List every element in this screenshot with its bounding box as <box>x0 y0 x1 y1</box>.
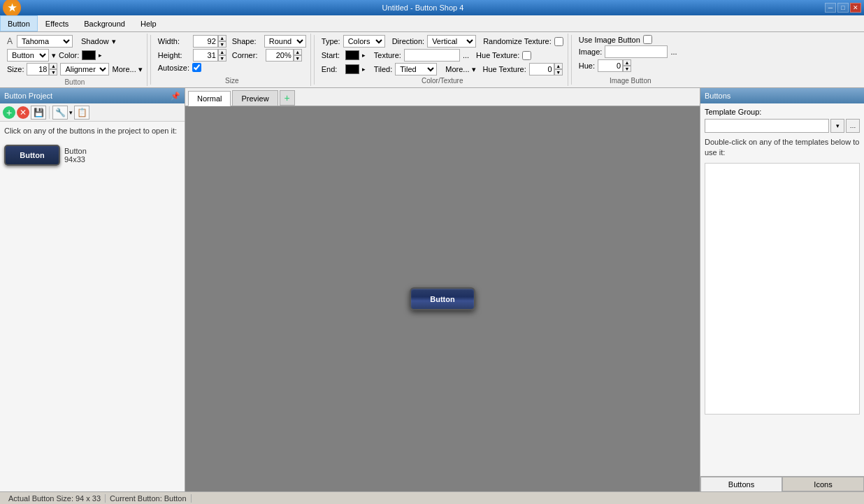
width-input[interactable]: 92 <box>193 35 218 48</box>
use-image-label: Use Image Button <box>579 36 640 44</box>
tab-add-btn[interactable]: + <box>280 90 295 106</box>
menu-effects[interactable]: Effects <box>38 15 76 31</box>
button-type-select[interactable]: Button <box>7 49 49 62</box>
title-bar-left: ★ <box>3 0 21 17</box>
status-actual-size: Actual Button Size: 94 x 33 <box>4 494 106 503</box>
size-bottom-label: Size <box>158 77 306 85</box>
project-add-btn[interactable]: + <box>3 106 15 119</box>
font-size-input[interactable]: 18 <box>27 63 49 75</box>
type-select[interactable]: Colors <box>343 35 385 48</box>
font-size-down[interactable]: ▼ <box>49 69 57 75</box>
height-spinner: 31 ▲ ▼ <box>193 49 226 62</box>
corner-down[interactable]: ▼ <box>294 55 302 62</box>
more-color-btn[interactable]: More... ▾ <box>445 65 475 74</box>
close-button[interactable]: ✕ <box>850 3 861 13</box>
randomize-checkbox[interactable] <box>554 37 563 46</box>
font-color-arrow[interactable]: ▸ <box>99 52 102 59</box>
image-button-section: Use Image Button Image: ... Hue: 0 ▲ ▼ I… <box>575 34 686 86</box>
corner-input[interactable]: 20% <box>266 49 294 62</box>
height-label: Height: <box>158 51 190 59</box>
shape-label: Shape: <box>232 37 261 45</box>
status-current-button: Current Button: Button <box>106 494 191 503</box>
randomize-label: Randomize Texture: <box>483 37 552 45</box>
menu-background[interactable]: Background <box>76 15 133 31</box>
hue-input[interactable]: 0 <box>598 59 623 72</box>
hue-up[interactable]: ▲ <box>623 59 631 66</box>
font-section: A Tahoma Shadow ▾ Button ▾ Color: ▸ Size… <box>3 34 147 86</box>
height-input[interactable]: 31 <box>193 49 218 62</box>
app-logo: ★ <box>3 0 21 17</box>
height-down[interactable]: ▼ <box>218 55 226 62</box>
width-down[interactable]: ▼ <box>218 41 226 48</box>
height-up[interactable]: ▲ <box>218 49 226 55</box>
tiled-select[interactable]: Tiled <box>395 63 437 75</box>
button-thumbnail-label: Button <box>20 151 44 159</box>
menu-button[interactable]: Button <box>0 15 38 31</box>
canvas-tabs: Normal Preview + <box>185 88 700 106</box>
project-save-btn[interactable]: 💾 <box>31 106 46 120</box>
more-btn[interactable]: More... ▾ <box>112 65 142 74</box>
hue-texture-up[interactable]: ▲ <box>554 63 563 69</box>
tab-preview[interactable]: Preview <box>232 90 278 106</box>
minimize-button[interactable]: ─ <box>825 3 836 13</box>
width-up[interactable]: ▲ <box>218 35 226 41</box>
preview-button-label: Button <box>430 295 454 303</box>
image-input[interactable] <box>605 45 668 58</box>
hue-texture-down[interactable]: ▼ <box>554 69 563 75</box>
template-group-input[interactable] <box>705 119 829 133</box>
menu-help[interactable]: Help <box>133 15 164 31</box>
left-panel: Button Project 📌 + ✕ 💾 🔧 ▾ 📋 Click on an… <box>0 88 185 491</box>
right-tab-buttons[interactable]: Buttons <box>700 477 782 491</box>
hue-texture-label: Hue Texture: <box>476 51 519 59</box>
hue-texture-input[interactable]: 0 <box>529 63 554 75</box>
tiled-label: Tiled: <box>374 65 393 73</box>
buttons-header-label: Buttons <box>705 92 730 100</box>
hue-texture-checkbox[interactable] <box>522 51 531 60</box>
corner-spinner: 20% ▲ ▼ <box>266 49 302 62</box>
button-meta-name: Button <box>64 147 87 155</box>
template-group-dropdown-btn[interactable]: ▾ <box>830 119 844 133</box>
button-meta-size: 94x33 <box>64 155 87 164</box>
texture-ellipsis[interactable]: ... <box>463 51 469 59</box>
image-label: Image: <box>579 48 603 56</box>
font-name-select[interactable]: Tahoma <box>17 35 73 48</box>
project-header: Button Project 📌 <box>0 88 185 103</box>
image-ellipsis[interactable]: ... <box>670 48 677 56</box>
color-texture-section: Type: Colors Direction: Vertical Randomi… <box>317 34 568 86</box>
direction-select[interactable]: Vertical <box>427 35 476 48</box>
button-thumbnail: Button <box>4 145 60 166</box>
corner-up[interactable]: ▲ <box>294 49 302 55</box>
size-label: Size: <box>7 65 24 73</box>
list-item[interactable]: Button Button 94x33 <box>3 143 182 167</box>
end-color-arrow[interactable]: ▸ <box>362 66 366 73</box>
project-header-label: Button Project <box>4 92 52 100</box>
start-color-swatch[interactable] <box>345 50 359 60</box>
hue-down[interactable]: ▼ <box>623 66 631 72</box>
project-remove-btn[interactable]: ✕ <box>17 106 29 119</box>
project-tool-btn[interactable]: 🔧 <box>52 106 68 120</box>
font-size-up[interactable]: ▲ <box>49 63 57 69</box>
maximize-button[interactable]: □ <box>837 3 849 13</box>
project-list-btn[interactable]: 📋 <box>74 106 89 120</box>
end-color-swatch[interactable] <box>345 64 359 74</box>
canvas-area: Normal Preview + Button <box>185 88 700 491</box>
color-label: Color: <box>59 51 79 59</box>
alignment-select[interactable]: Alignment <box>60 63 109 75</box>
autosize-checkbox[interactable] <box>192 63 201 72</box>
canvas-content: Button <box>185 106 700 491</box>
button-meta: Button 94x33 <box>64 147 87 164</box>
font-color-swatch[interactable] <box>82 50 96 60</box>
template-group-more-btn[interactable]: … <box>846 119 860 133</box>
start-color-arrow[interactable]: ▸ <box>362 52 366 59</box>
tab-normal[interactable]: Normal <box>188 91 231 106</box>
project-tool-arrow[interactable]: ▾ <box>69 109 73 116</box>
texture-input[interactable] <box>404 49 460 62</box>
right-tab-icons[interactable]: Icons <box>782 477 864 491</box>
right-panel: Buttons Template Group: ▾ … Double-click… <box>700 88 864 491</box>
shape-select[interactable]: Round <box>264 35 306 48</box>
project-pin-icon[interactable]: 📌 <box>171 92 180 101</box>
autosize-label: Autosize: <box>158 64 189 72</box>
preview-button[interactable]: Button <box>410 287 475 310</box>
color-texture-bottom-label: Color/Texture <box>322 77 563 85</box>
use-image-checkbox[interactable] <box>643 35 652 44</box>
